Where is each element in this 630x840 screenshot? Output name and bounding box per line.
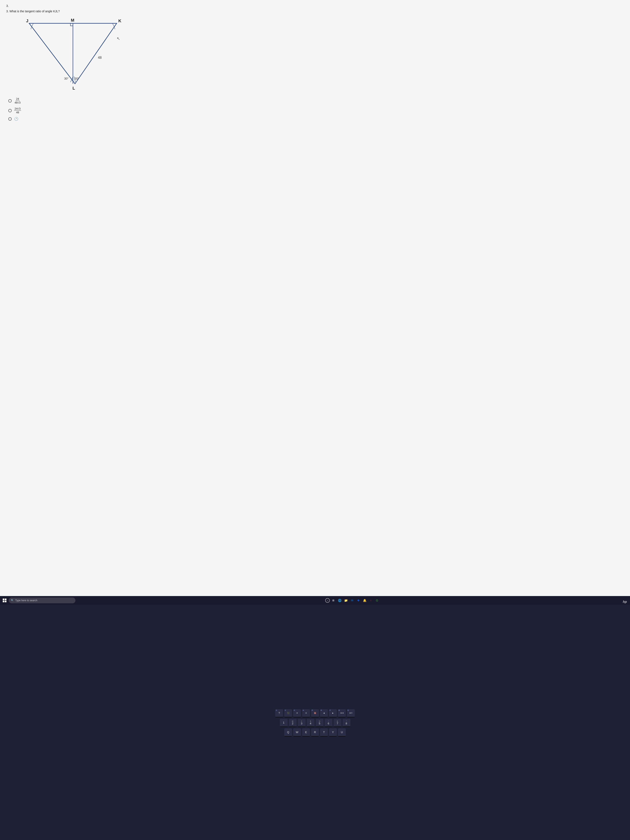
taskbar: 🔍 Type here to search ○ ⊞ 🌐 📁 ✉ <box>0 596 630 605</box>
windows-icon <box>3 598 6 602</box>
edge-symbol: 🌐 <box>338 599 341 602</box>
vertex-l-label: L <box>73 86 75 90</box>
radio-b[interactable] <box>8 109 12 112</box>
radio-a[interactable] <box>8 99 12 103</box>
key-f8[interactable]: f8 ◄◄ <box>338 709 346 717</box>
key-e[interactable]: E <box>302 728 310 737</box>
taskbar-search[interactable]: 🔍 Type here to search <box>9 597 76 603</box>
key-f3[interactable]: f3 ✳ <box>293 709 301 717</box>
mail-symbol: ✉ <box>351 599 353 602</box>
fraction-b: 24√3 48 <box>14 107 21 114</box>
key-question[interactable]: f1 ? <box>275 709 283 717</box>
question-full-text: 3. What is the tangent ratio of angle KJ… <box>6 9 624 13</box>
taskbar-circle-icon[interactable]: ○ <box>325 598 330 603</box>
key-8[interactable]: * 8 <box>343 719 351 727</box>
fn-key-row: f1 ? f2 ⬛ f3 ✳ f4 ✳ f5 🔇 f6 ◄ f7 ► f8 ◄ <box>275 709 355 717</box>
mail-icon[interactable]: ✉ <box>349 598 355 603</box>
key-f7[interactable]: f7 ► <box>329 709 337 717</box>
task-view-icon[interactable]: ⊞ <box>331 598 336 603</box>
qwerty-key-row: Q W E R T Y U <box>284 728 346 737</box>
dropbox-symbol: ❖ <box>357 599 360 602</box>
key-2[interactable]: @ 2 <box>289 719 297 727</box>
key-3[interactable]: # 3 <box>298 719 306 727</box>
keyboard-area: f1 ? f2 ⬛ f3 ✳ f4 ✳ f5 🔇 f6 ◄ f7 ► f8 ◄ <box>0 605 630 840</box>
key-q[interactable]: Q <box>284 728 292 737</box>
denominator-b: 48 <box>16 111 19 114</box>
laptop-screen: 3. 3. What is the tangent ratio of angle… <box>0 0 630 605</box>
answer-choice-b[interactable]: 24√3 48 <box>8 107 624 114</box>
app-red-symbol: ↑ <box>370 599 372 602</box>
key-5[interactable]: % 5 <box>316 719 324 727</box>
bell-symbol: 🔔 <box>363 599 366 602</box>
radio-c[interactable] <box>8 117 12 121</box>
answer-choice-c[interactable]: 🕐 <box>8 117 624 121</box>
answer-choices: 24 48√3 24√3 48 🕐 <box>8 97 624 121</box>
file-explorer-icon[interactable]: 📁 <box>343 598 349 603</box>
key-f6[interactable]: f6 ◄ <box>320 709 328 717</box>
key-t[interactable]: T <box>320 728 328 737</box>
hp-logo: hp <box>623 600 627 604</box>
geometry-diagram: J M K L 30° 30° 48 ↖ <box>17 16 133 93</box>
key-4[interactable]: $ 4 <box>307 719 314 727</box>
search-icon: 🔍 <box>11 599 14 602</box>
start-button[interactable] <box>2 597 8 603</box>
task-view-symbol: ⊞ <box>332 599 335 602</box>
app-icon-red[interactable]: ↑ <box>368 598 374 603</box>
clock-icon: 🕐 <box>14 117 18 121</box>
key-f2[interactable]: f2 ⬛ <box>284 709 292 717</box>
answer-choice-a[interactable]: 24 48√3 <box>8 97 624 104</box>
key-u[interactable]: U <box>338 728 346 737</box>
angle-right-label: 30° <box>74 77 79 80</box>
fraction-a: 24 48√3 <box>14 97 21 104</box>
edge-browser-icon[interactable]: 🌐 <box>337 598 342 603</box>
angle-left-label: 30° <box>64 77 68 80</box>
circle-label: ○ <box>327 599 328 602</box>
notification-icon[interactable]: 🔔 <box>362 598 367 603</box>
key-f5[interactable]: f5 🔇 <box>311 709 319 717</box>
key-7[interactable]: & 7 <box>333 719 341 727</box>
denominator-a: 48√3 <box>14 101 21 104</box>
key-w[interactable]: W <box>293 728 301 737</box>
question-text: 3. <box>6 4 624 8</box>
numerator-b: 24√3 <box>14 107 21 111</box>
key-r[interactable]: R <box>311 728 319 737</box>
folder-symbol: 📁 <box>344 599 348 602</box>
key-y[interactable]: Y <box>329 728 337 737</box>
svg-rect-2 <box>70 23 73 26</box>
key-6[interactable]: ^ 6 <box>325 719 333 727</box>
taskbar-center-icons: ○ ⊞ 🌐 📁 ✉ ❖ 🔔 <box>325 598 380 603</box>
search-placeholder-text: Type here to search <box>15 599 37 602</box>
vertex-k-label: K <box>118 19 122 23</box>
key-1[interactable]: 1 <box>280 719 288 727</box>
vertex-j-label: J <box>26 19 28 23</box>
diagram-container: J M K L 30° 30° 48 ↖ <box>6 16 624 95</box>
app-icon-green[interactable]: G <box>374 598 380 603</box>
key-f9[interactable]: f9 ►II <box>347 709 355 717</box>
key-f4[interactable]: f4 ✳ <box>302 709 310 717</box>
number-key-row: 1 @ 2 # 3 $ 4 % 5 ^ 6 & 7 * 8 <box>280 719 351 727</box>
app-green-symbol: G <box>376 599 378 602</box>
vertex-m-label: M <box>71 18 74 22</box>
worksheet-area: 3. 3. What is the tangent ratio of angle… <box>0 0 630 596</box>
numerator-a: 24 <box>16 97 19 101</box>
side-length-label: 48 <box>98 56 102 59</box>
dropbox-icon[interactable]: ❖ <box>355 598 361 603</box>
cursor-indicator: ↖ <box>117 36 120 41</box>
